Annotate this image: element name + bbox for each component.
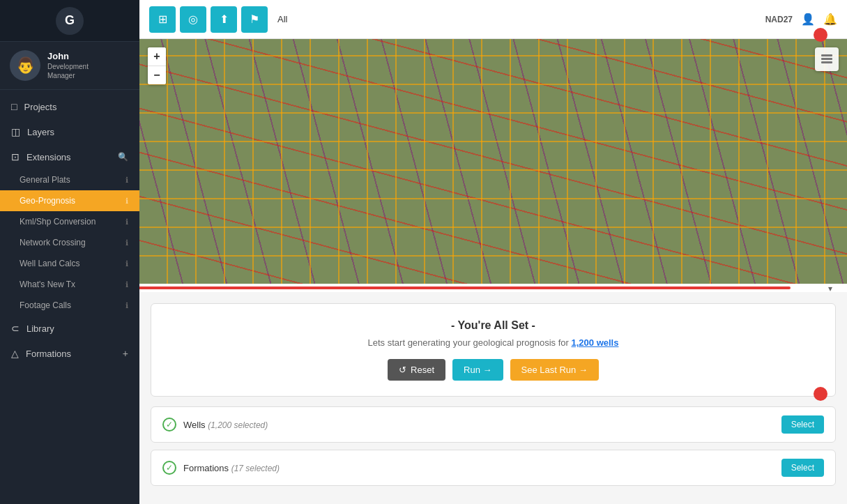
- tool-select-button[interactable]: ⊞: [149, 6, 176, 33]
- wells-selection-row: ✓ Wells (1,200 selected) Select: [151, 406, 836, 443]
- sidebar-item-library[interactable]: ⊂ Library: [0, 316, 139, 341]
- sidebar: G 👨 John DevelopmentManager □ Projects ◫…: [0, 0, 139, 504]
- sidebar-item-extensions[interactable]: ⊡ Extensions 🔍: [0, 144, 139, 169]
- sidebar-item-well-land-calcs[interactable]: Well Land Calcs ℹ: [0, 253, 139, 274]
- reset-button[interactable]: ↺ Reset: [388, 359, 445, 381]
- allset-actions: ↺ Reset Run → See Last Run →: [162, 359, 824, 381]
- formations-label: Formations (17 selected): [183, 463, 781, 473]
- user-role: DevelopmentManager: [47, 62, 89, 80]
- nad-label: NAD27: [765, 15, 793, 24]
- general-plats-label: General Plats: [20, 175, 70, 185]
- wells-label: Wells (1,200 selected): [183, 420, 781, 430]
- sidebar-item-general-plats[interactable]: General Plats ℹ: [0, 169, 139, 190]
- projects-icon: □: [11, 101, 17, 112]
- zoom-controls: + −: [148, 47, 166, 84]
- annotation-dot-1: [814, 28, 827, 42]
- main-content: ⊞ ◎ ⬆ ⚑ All NAD27 👤 🔔 + − ▾: [139, 0, 847, 504]
- sidebar-item-network-crossing[interactable]: Network Crossing ℹ: [0, 232, 139, 253]
- toolbar-tools: ⊞ ◎ ⬆ ⚑: [149, 6, 268, 33]
- wells-count: (1,200 selected): [208, 420, 268, 430]
- info-icon[interactable]: ℹ: [125, 176, 128, 185]
- formations-icon: △: [11, 348, 19, 359]
- zoom-out-button[interactable]: −: [148, 66, 166, 84]
- map-background: [139, 39, 847, 284]
- formations-check-icon: ✓: [162, 461, 176, 475]
- svg-rect-0: [821, 54, 832, 56]
- sidebar-item-kml-shp[interactable]: Kml/Shp Conversion ℹ: [0, 211, 139, 232]
- allset-card: - You're All Set - Lets start generating…: [151, 303, 836, 397]
- wells-check-icon: ✓: [162, 418, 176, 432]
- user-name: John: [47, 51, 89, 63]
- formations-label: Formations: [26, 349, 71, 359]
- tool-flag-button[interactable]: ⚑: [241, 6, 268, 33]
- add-formation-icon[interactable]: +: [123, 348, 128, 359]
- sidebar-logo: G: [0, 0, 139, 42]
- user-account-icon[interactable]: 👤: [801, 13, 815, 26]
- avatar: 👨: [10, 50, 40, 81]
- footage-calls-label: Footage Calls: [20, 300, 71, 310]
- layers-icon: ◫: [11, 126, 20, 137]
- layers-label: Layers: [27, 127, 54, 137]
- extensions-icon: ⊡: [11, 151, 20, 162]
- wells-select-button[interactable]: Select: [781, 415, 824, 434]
- network-crossing-label: Network Crossing: [20, 238, 86, 247]
- zoom-in-button[interactable]: +: [148, 47, 166, 66]
- sidebar-item-projects[interactable]: □ Projects: [0, 94, 139, 119]
- sidebar-item-layers[interactable]: ◫ Layers: [0, 119, 139, 144]
- info-icon-wn[interactable]: ℹ: [125, 280, 128, 289]
- sidebar-item-geo-prognosis[interactable]: Geo-Prognosis ℹ: [0, 190, 139, 211]
- info-icon-kml[interactable]: ℹ: [125, 217, 128, 227]
- tool-target-button[interactable]: ◎: [180, 6, 206, 33]
- library-label: Library: [26, 323, 54, 334]
- annotation-dot-2: [814, 387, 827, 401]
- map-layers-button[interactable]: [815, 47, 839, 71]
- info-icon-nc[interactable]: ℹ: [125, 238, 128, 247]
- extensions-label: Extensions: [26, 152, 71, 162]
- see-last-run-button[interactable]: See Last Run →: [510, 359, 599, 381]
- user-profile: 👨 John DevelopmentManager: [0, 42, 139, 90]
- sidebar-item-footage-calls[interactable]: Footage Calls ℹ: [0, 295, 139, 316]
- layers-stack-icon: [820, 54, 834, 65]
- well-land-calcs-label: Well Land Calcs: [20, 259, 79, 268]
- formations-count: (17 selected): [231, 464, 280, 473]
- red-bar-divider: ▾: [139, 284, 847, 292]
- info-icon-wlc[interactable]: ℹ: [125, 259, 128, 268]
- library-icon: ⊂: [11, 323, 20, 334]
- topbar-right: NAD27 👤 🔔: [765, 13, 837, 26]
- sidebar-nav: □ Projects ◫ Layers ⊡ Extensions 🔍 Gener…: [0, 90, 139, 504]
- logo-icon: G: [56, 7, 84, 35]
- info-icon-active[interactable]: ℹ: [125, 197, 128, 206]
- run-button[interactable]: Run →: [452, 359, 503, 381]
- sidebar-item-whats-new[interactable]: What's New Tx ℹ: [0, 274, 139, 295]
- allset-description: Lets start generating your geological pr…: [162, 337, 824, 348]
- search-icon[interactable]: 🔍: [118, 152, 128, 162]
- notification-icon[interactable]: 🔔: [823, 13, 837, 26]
- topbar: ⊞ ◎ ⬆ ⚑ All NAD27 👤 🔔: [139, 0, 847, 39]
- kml-shp-label: Kml/Shp Conversion: [20, 217, 96, 227]
- bottom-panel: - You're All Set - Lets start generating…: [139, 292, 847, 504]
- tool-upload-button[interactable]: ⬆: [211, 6, 237, 33]
- allset-title: - You're All Set -: [162, 319, 824, 332]
- topbar-filter-label: All: [277, 14, 287, 24]
- svg-rect-2: [821, 61, 832, 63]
- whats-new-label: What's New Tx: [20, 280, 75, 289]
- formations-select-button[interactable]: Select: [781, 459, 824, 477]
- formations-selection-row: ✓ Formations (17 selected) Select: [151, 450, 836, 486]
- progress-bar: [139, 287, 791, 289]
- collapse-button[interactable]: ▾: [822, 284, 839, 293]
- sidebar-item-formations[interactable]: △ Formations +: [0, 341, 139, 366]
- reset-icon: ↺: [399, 365, 406, 375]
- info-icon-fc[interactable]: ℹ: [125, 301, 128, 310]
- geo-prognosis-label: Geo-Prognosis: [20, 196, 75, 206]
- svg-rect-1: [821, 58, 832, 60]
- wells-link[interactable]: 1,200 wells: [572, 337, 619, 348]
- projects-label: Projects: [24, 102, 56, 112]
- map-container[interactable]: + −: [139, 39, 847, 284]
- allset-desc-prefix: Lets start generating your geological pr…: [368, 337, 572, 348]
- user-info: John DevelopmentManager: [47, 51, 89, 81]
